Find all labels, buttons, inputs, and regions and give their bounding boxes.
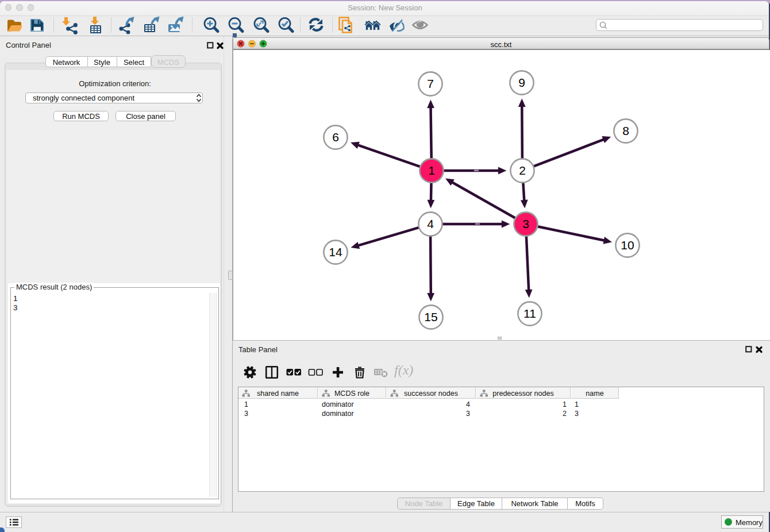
svg-text:4: 4 (427, 217, 434, 230)
svg-text:8: 8 (622, 124, 629, 137)
svg-text:1: 1 (428, 164, 435, 177)
svg-text:3: 3 (522, 217, 529, 230)
svg-text:10: 10 (621, 238, 634, 252)
svg-text:2: 2 (519, 164, 526, 177)
svg-text:9: 9 (518, 76, 525, 89)
svg-text:6: 6 (332, 130, 339, 144)
svg-text:7: 7 (427, 77, 434, 90)
svg-text:15: 15 (424, 310, 437, 323)
svg-text:11: 11 (523, 307, 536, 320)
svg-text:14: 14 (329, 245, 342, 259)
